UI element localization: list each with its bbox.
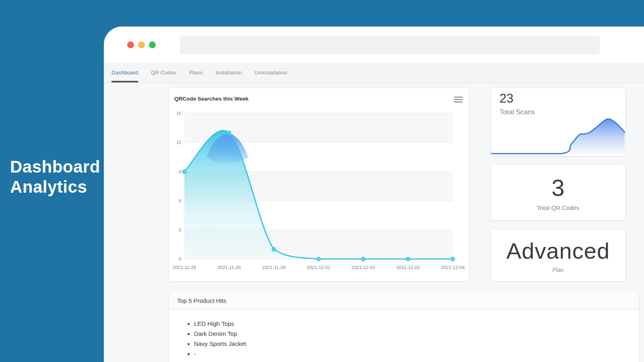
total-scans-sparkline <box>491 115 625 155</box>
svg-text:12: 12 <box>176 140 181 145</box>
total-scans-value: 23 <box>500 91 513 106</box>
product-item: LED High Tops <box>194 320 639 327</box>
plan-label: Plan <box>552 267 564 273</box>
svg-text:9: 9 <box>179 169 181 174</box>
total-qr-codes-card: 3 Total QR Codes <box>491 165 625 220</box>
nav-bar: DashboardQR CodesPlansInstallationUninst… <box>104 63 644 83</box>
sidebar-title: Dashboard Analytics <box>10 157 100 197</box>
browser-window: DashboardQR CodesPlansInstallationUninst… <box>104 27 644 362</box>
page-content: QRCode Searches this Week 036912152021-1… <box>104 83 644 362</box>
svg-text:3: 3 <box>179 228 181 232</box>
svg-text:2021-12-04: 2021-12-04 <box>441 265 465 270</box>
plan-card: Advanced Plan <box>491 230 625 281</box>
total-qr-codes-label: Total QR Codes <box>537 204 580 211</box>
sidebar-title-line1: Dashboard <box>10 157 100 177</box>
plan-value: Advanced <box>506 238 610 264</box>
browser-topbar <box>104 27 644 63</box>
traffic-light-green[interactable] <box>149 41 156 48</box>
tab-installation[interactable]: Installation <box>209 63 248 82</box>
address-bar[interactable] <box>180 36 600 54</box>
sidebar-title-line2: Analytics <box>10 177 100 197</box>
qrcode-searches-chart: 036912152021-11-282021-11-292021-11-3020… <box>169 88 469 281</box>
traffic-light-yellow[interactable] <box>138 41 145 48</box>
product-item: Dark Denim Top <box>194 330 639 337</box>
top-products-card: Top 5 Product Hits LED High TopsDark Den… <box>169 292 639 362</box>
product-item: - <box>194 350 639 357</box>
tab-uninstallation[interactable]: Uninstallation <box>248 63 293 82</box>
svg-text:2021-12-02: 2021-12-02 <box>351 265 375 270</box>
svg-text:2021-11-28: 2021-11-28 <box>173 265 196 270</box>
svg-text:2021-12-03: 2021-12-03 <box>396 265 420 270</box>
top-products-list: LED High TopsDark Denim TopNavy Sports J… <box>169 320 639 357</box>
tab-dashboard[interactable]: Dashboard <box>105 63 144 82</box>
svg-text:6: 6 <box>179 198 181 203</box>
svg-text:2021-11-30: 2021-11-30 <box>262 265 285 270</box>
nav-tabs: DashboardQR CodesPlansInstallationUninst… <box>104 63 644 82</box>
product-item: Navy Sports Jacket <box>194 340 639 347</box>
svg-text:2021-12-01: 2021-12-01 <box>307 265 330 270</box>
total-scans-card: 23 Total Scans <box>491 88 625 156</box>
tab-plans[interactable]: Plans <box>183 63 209 82</box>
svg-text:2021-11-29: 2021-11-29 <box>217 265 241 270</box>
total-qr-codes-value: 3 <box>551 174 564 201</box>
top-products-title: Top 5 Product Hits <box>169 292 639 310</box>
svg-text:0: 0 <box>179 257 181 261</box>
traffic-light-red[interactable] <box>127 41 134 48</box>
traffic-lights <box>127 41 156 48</box>
tab-qr-codes[interactable]: QR Codes <box>144 63 183 82</box>
svg-text:15: 15 <box>176 111 181 116</box>
qrcode-searches-card: QRCode Searches this Week 036912152021-1… <box>169 88 469 281</box>
